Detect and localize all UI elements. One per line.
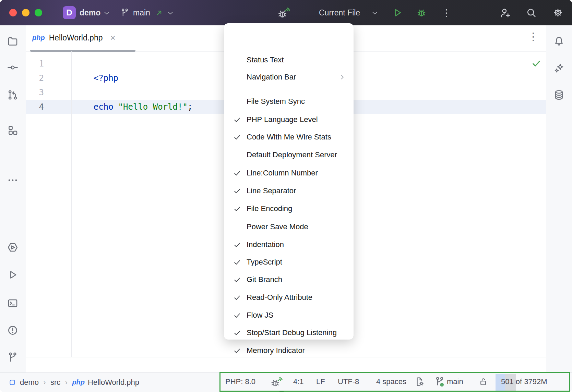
menu-item-label: Flow JS bbox=[247, 311, 273, 320]
line-number: 3 bbox=[26, 85, 44, 100]
window-close-button[interactable] bbox=[9, 9, 17, 16]
right-tool-stripe bbox=[546, 25, 572, 372]
menu-item-label: Memory Indicator bbox=[247, 346, 305, 355]
line-number-current: 4 bbox=[26, 100, 44, 114]
debug-button bug-icon[interactable] bbox=[416, 7, 427, 19]
menu-item-label: File System Sync bbox=[247, 97, 305, 106]
code-line-3[interactable]: echo"Hello World!"; bbox=[74, 85, 192, 100]
gutter-separator bbox=[71, 51, 72, 357]
php-file-icon: php bbox=[72, 378, 85, 386]
problems-icon[interactable] bbox=[7, 324, 19, 336]
menu-item-label: Navigation Bar bbox=[247, 73, 296, 82]
menu-item-typescript[interactable]: TypeScript bbox=[224, 253, 354, 271]
more-vertical-icon[interactable]: ⋮ bbox=[442, 0, 451, 25]
tab-bar-more-vertical-icon[interactable]: ⋮ bbox=[528, 32, 538, 42]
close-icon[interactable]: × bbox=[110, 33, 115, 43]
menu-item-label: Code With Me Wire Stats bbox=[247, 133, 331, 142]
tab-helloworld-php[interactable]: php HelloWorld.php × bbox=[30, 25, 118, 50]
ai-sparkles-icon[interactable] bbox=[553, 62, 565, 74]
checkmark-icon bbox=[233, 311, 242, 319]
stripe-divider bbox=[5, 138, 21, 138]
menu-item-file-encoding[interactable]: File Encoding bbox=[224, 200, 354, 218]
chevron-down-icon bbox=[371, 9, 379, 17]
run-configuration-selector[interactable]: Current File bbox=[319, 0, 360, 25]
line-separator-widget[interactable]: LF bbox=[316, 373, 325, 391]
chevron-down-icon bbox=[103, 9, 110, 17]
git-branch-icon[interactable] bbox=[434, 373, 445, 391]
menu-item-flow-js[interactable]: Flow JS bbox=[224, 306, 354, 324]
git-branch-icon bbox=[120, 8, 130, 17]
menu-item-label: Status Text bbox=[247, 56, 284, 64]
indent-widget[interactable]: 4 spaces bbox=[376, 373, 406, 391]
add-user-icon[interactable] bbox=[499, 7, 511, 19]
php-open-tag: <?php bbox=[94, 73, 118, 83]
menu-item-label: Default Deployment Server bbox=[247, 150, 337, 159]
git-branch-icon[interactable] bbox=[7, 352, 19, 363]
menu-item-label: PHP Language Level bbox=[247, 115, 318, 124]
run-icon[interactable] bbox=[7, 269, 19, 281]
menu-item-navigation-bar[interactable]: Navigation Bar bbox=[224, 68, 354, 86]
menu-item-read-only-attribute[interactable]: Read-Only Attribute bbox=[224, 289, 354, 306]
php-version-widget[interactable]: PHP: 8.0 bbox=[225, 373, 255, 391]
menu-item-label: Power Save Mode bbox=[247, 222, 308, 231]
menu-item-file-system-sync[interactable]: File System Sync bbox=[224, 93, 354, 110]
string-literal: "Hello World!" bbox=[118, 102, 188, 112]
branch-status-dot bbox=[440, 383, 444, 387]
inspections-ok-check-icon[interactable] bbox=[531, 58, 541, 69]
breadcrumb-project[interactable]: demo bbox=[20, 378, 39, 387]
menu-item-code-with-me-wire-stats[interactable]: Code With Me Wire Stats bbox=[224, 128, 354, 146]
code-line-1[interactable]: <?php bbox=[74, 57, 118, 71]
checkmark-icon bbox=[233, 187, 242, 195]
menu-item-power-save-mode[interactable]: Power Save Mode bbox=[224, 218, 354, 236]
menu-item-git-branch[interactable]: Git Branch bbox=[224, 271, 354, 289]
debug-listener-icon[interactable] bbox=[277, 6, 291, 20]
menu-item-indentation[interactable]: Indentation bbox=[224, 236, 354, 254]
echo-keyword: echo bbox=[94, 102, 114, 112]
menu-item-label: File Encoding bbox=[247, 204, 292, 213]
encoding-widget[interactable]: UTF-8 bbox=[338, 373, 359, 391]
submenu-arrow-icon bbox=[338, 73, 346, 81]
checkmark-icon bbox=[233, 294, 242, 302]
line-column-widget[interactable]: 4:1 bbox=[293, 373, 304, 391]
services-icon[interactable] bbox=[7, 242, 19, 253]
menu-item-line-separator[interactable]: Line Separator bbox=[224, 182, 354, 200]
database-icon[interactable] bbox=[553, 89, 565, 101]
search-icon[interactable] bbox=[525, 7, 537, 19]
settings-gear-icon[interactable] bbox=[552, 7, 564, 19]
checkmark-icon bbox=[233, 133, 242, 141]
project-avatar[interactable]: D bbox=[63, 6, 76, 19]
module-icon bbox=[9, 379, 16, 386]
menu-item-memory-indicator[interactable]: Memory Indicator bbox=[224, 342, 354, 359]
breadcrumb-separator: › bbox=[39, 378, 50, 386]
memory-indicator-widget[interactable]: 501 of 3792M bbox=[501, 373, 547, 391]
breadcrumb-file[interactable]: HelloWorld.php bbox=[88, 378, 139, 387]
debug-listener-icon[interactable] bbox=[270, 373, 283, 391]
project-folder-icon[interactable] bbox=[7, 35, 19, 47]
menu-item-php-language-level[interactable]: PHP Language Level bbox=[224, 111, 354, 128]
window-zoom-button[interactable] bbox=[35, 9, 42, 16]
branch-widget[interactable]: main bbox=[447, 373, 463, 391]
unlock-icon[interactable] bbox=[478, 373, 488, 391]
menu-item-line-column-number[interactable]: Line:Column Number bbox=[224, 164, 354, 182]
structure-icon[interactable] bbox=[7, 124, 19, 136]
push-arrow-icon bbox=[155, 9, 163, 17]
commit-icon[interactable] bbox=[7, 62, 19, 73]
pull-request-icon[interactable] bbox=[7, 89, 19, 101]
breadcrumb-folder[interactable]: src bbox=[50, 378, 60, 387]
branch-name[interactable]: main bbox=[133, 0, 150, 25]
file-settings-icon[interactable] bbox=[414, 373, 425, 391]
terminal-icon[interactable] bbox=[7, 297, 19, 309]
more-horizontal-icon[interactable] bbox=[7, 174, 19, 186]
line-number: 2 bbox=[26, 71, 44, 85]
status-bar-widgets-popup-menu: Status Text Navigation Bar File System S… bbox=[224, 23, 354, 340]
run-button play-icon[interactable] bbox=[392, 7, 403, 18]
window-minimize-button[interactable] bbox=[22, 9, 29, 16]
menu-item-stop-start-debug-listening[interactable]: Stop/Start Debug Listening bbox=[224, 324, 354, 342]
project-name[interactable]: demo bbox=[80, 0, 100, 25]
breadcrumb-separator: › bbox=[60, 378, 72, 386]
menu-item-status-text[interactable]: Status Text bbox=[224, 51, 354, 69]
title-bar: D demo main Current File bbox=[0, 0, 572, 25]
menu-item-default-deployment-server[interactable]: Default Deployment Server bbox=[224, 146, 354, 164]
checkmark-icon bbox=[233, 258, 242, 266]
notifications-bell-icon[interactable] bbox=[553, 35, 565, 47]
